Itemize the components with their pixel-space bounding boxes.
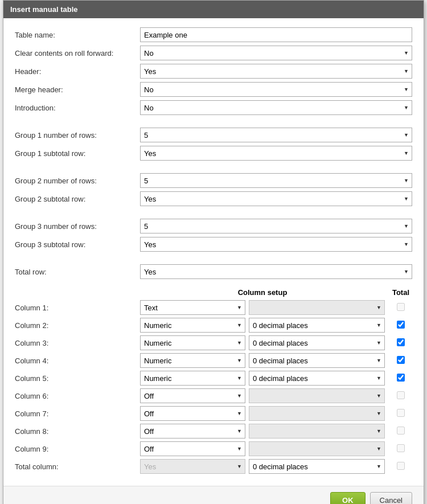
column-5-label: Column 5:	[15, 374, 140, 383]
column-2-label: Column 2:	[15, 321, 140, 330]
clear-contents-select-wrap: No Yes	[140, 46, 412, 60]
header-row: Header: Yes No	[15, 64, 412, 79]
group2-subtotal-select[interactable]: Yes No	[140, 191, 412, 206]
column-5-type-wrap: TextNumericOff	[140, 371, 245, 386]
column-3-type-wrap: TextNumericOff	[140, 335, 245, 350]
column-5-row: Column 5: TextNumericOff 0 decimal place…	[15, 371, 412, 386]
column-total-header-label: Total	[389, 288, 412, 297]
column-1-type-wrap: TextNumericOff	[140, 300, 245, 315]
introduction-select-wrap: No Yes	[140, 100, 412, 115]
column-8-decimal-select	[249, 424, 385, 439]
column-2-decimal-select[interactable]: 0 decimal places1 decimal place2 decimal…	[249, 318, 385, 333]
column-4-label: Column 4:	[15, 357, 140, 365]
column-1-decimal-wrap	[249, 300, 385, 315]
column-4-decimal-wrap: 0 decimal places1 decimal place2 decimal…	[249, 353, 385, 368]
column-7-type-select[interactable]: TextNumericOff	[140, 406, 245, 421]
column-1-row: Column 1: TextNumericOff	[15, 300, 412, 315]
column-8-checkbox	[397, 427, 405, 435]
column-6-row: Column 6: TextNumericOff	[15, 388, 412, 403]
group3-rows-label: Group 3 number of rows:	[15, 222, 140, 231]
column-5-type-select[interactable]: TextNumericOff	[140, 371, 245, 386]
column-7-label: Column 7:	[15, 409, 140, 418]
group3-subtotal-row: Group 3 subtotal row: Yes No	[15, 237, 412, 252]
header-select-wrap: Yes No	[140, 64, 412, 79]
group2-subtotal-label: Group 2 subtotal row:	[15, 195, 140, 203]
column-6-decimal-wrap	[249, 388, 385, 403]
column-5-checkbox[interactable]	[397, 374, 405, 382]
group1-subtotal-select[interactable]: Yes No	[140, 146, 412, 161]
ok-button[interactable]: OK	[330, 492, 366, 504]
column-4-checkbox-wrap	[389, 356, 412, 366]
merge-header-select[interactable]: No Yes	[140, 82, 412, 97]
group3-subtotal-select[interactable]: Yes No	[140, 237, 412, 252]
column-6-type-select[interactable]: TextNumericOff	[140, 388, 245, 403]
column-2-checkbox[interactable]	[397, 321, 405, 329]
group1-subtotal-row: Group 1 subtotal row: Yes No	[15, 146, 412, 161]
group1-subtotal-select-wrap: Yes No	[140, 146, 412, 161]
header-select[interactable]: Yes No	[140, 64, 412, 79]
column-6-checkbox-wrap	[389, 391, 412, 401]
total-column-type-select: YesNo	[140, 459, 245, 474]
group3-subtotal-select-wrap: Yes No	[140, 237, 412, 252]
dialog-footer: OK Cancel	[3, 486, 424, 504]
column-1-checkbox	[397, 303, 405, 311]
clear-contents-row: Clear contents on roll forward: No Yes	[15, 46, 412, 60]
group2-rows-select[interactable]: 12345 678910	[140, 173, 412, 188]
column-3-row: Column 3: TextNumericOff 0 decimal place…	[15, 335, 412, 350]
column-9-checkbox-wrap	[389, 444, 412, 454]
column-1-checkbox-wrap	[389, 303, 412, 313]
merge-header-select-wrap: No Yes	[140, 82, 412, 97]
total-row-select[interactable]: Yes No	[140, 264, 412, 279]
column-7-row: Column 7: TextNumericOff	[15, 406, 412, 421]
column-5-checkbox-wrap	[389, 374, 412, 383]
column-6-type-wrap: TextNumericOff	[140, 388, 245, 403]
group2-rows-row: Group 2 number of rows: 12345 678910	[15, 173, 412, 188]
table-name-row: Table name:	[15, 27, 412, 42]
column-8-type-select[interactable]: TextNumericOff	[140, 424, 245, 439]
group3-rows-select[interactable]: 12345 678910	[140, 219, 412, 233]
column-1-type-select[interactable]: TextNumericOff	[140, 300, 245, 315]
total-column-decimal-wrap: 0 decimal places1 decimal place2 decimal…	[249, 459, 385, 474]
introduction-row: Introduction: No Yes	[15, 100, 412, 115]
total-row-label: Total row:	[15, 268, 140, 276]
introduction-select[interactable]: No Yes	[140, 100, 412, 115]
column-2-checkbox-wrap	[389, 321, 412, 330]
group3-rows-select-wrap: 12345 678910	[140, 219, 412, 233]
column-9-type-select[interactable]: TextNumericOff	[140, 441, 245, 456]
column-9-decimal-select	[249, 441, 385, 456]
column-3-checkbox[interactable]	[397, 338, 405, 346]
group1-rows-row: Group 1 number of rows: 12345 678910	[15, 128, 412, 142]
group1-rows-select[interactable]: 12345 678910	[140, 128, 412, 142]
column-7-checkbox-wrap	[389, 409, 412, 419]
clear-contents-select[interactable]: No Yes	[140, 46, 412, 60]
column-5-decimal-select[interactable]: 0 decimal places1 decimal place2 decimal…	[249, 371, 385, 386]
column-1-decimal-select	[249, 300, 385, 315]
column-2-type-select[interactable]: TextNumericOff	[140, 318, 245, 333]
column-setup-header: Column setup Total	[15, 288, 412, 297]
group1-subtotal-label: Group 1 subtotal row:	[15, 149, 140, 158]
column-7-decimal-select	[249, 406, 385, 421]
clear-contents-label: Clear contents on roll forward:	[15, 49, 140, 58]
table-name-input[interactable]	[140, 27, 412, 42]
introduction-label: Introduction:	[15, 104, 140, 112]
cancel-button[interactable]: Cancel	[370, 492, 412, 504]
column-1-label: Column 1:	[15, 304, 140, 312]
merge-header-row: Merge header: No Yes	[15, 82, 412, 97]
column-8-label: Column 8:	[15, 427, 140, 436]
total-column-checkbox	[397, 462, 405, 470]
total-column-decimal-select[interactable]: 0 decimal places1 decimal place2 decimal…	[249, 459, 385, 474]
column-4-type-select[interactable]: TextNumericOff	[140, 353, 245, 368]
column-9-type-wrap: TextNumericOff	[140, 441, 245, 456]
column-4-decimal-select[interactable]: 0 decimal places1 decimal place2 decimal…	[249, 353, 385, 368]
column-9-decimal-wrap	[249, 441, 385, 456]
group1-rows-select-wrap: 12345 678910	[140, 128, 412, 142]
dialog-title: Insert manual table	[3, 1, 424, 18]
column-3-decimal-select[interactable]: 0 decimal places1 decimal place2 decimal…	[249, 335, 385, 350]
dialog-body: Table name: Clear contents on roll forwa…	[3, 18, 424, 486]
merge-header-label: Merge header:	[15, 85, 140, 94]
group2-subtotal-row: Group 2 subtotal row: Yes No	[15, 191, 412, 206]
column-4-checkbox[interactable]	[397, 356, 405, 364]
column-3-type-select[interactable]: TextNumericOff	[140, 335, 245, 350]
group3-rows-row: Group 3 number of rows: 12345 678910	[15, 219, 412, 233]
column-setup-label: Column setup	[140, 288, 385, 297]
